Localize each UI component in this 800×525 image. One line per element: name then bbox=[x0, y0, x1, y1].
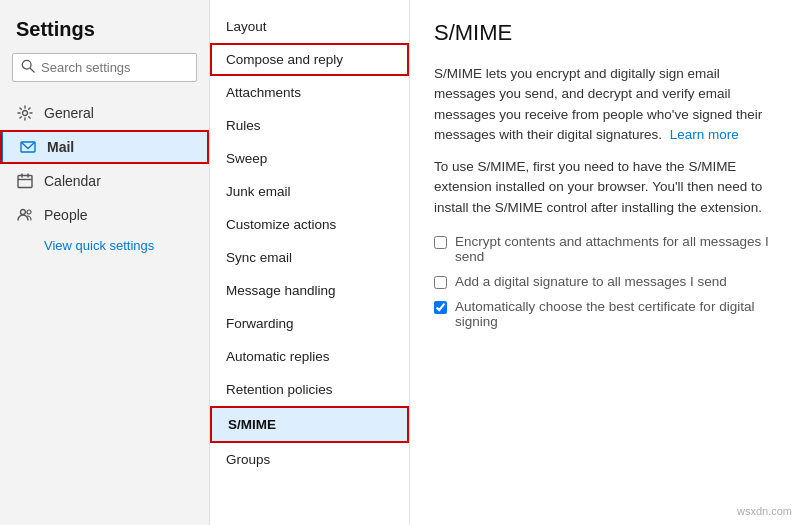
calendar-icon bbox=[16, 172, 34, 190]
svg-point-9 bbox=[27, 210, 31, 214]
middle-item-junk-email[interactable]: Junk email bbox=[210, 175, 409, 208]
encrypt-checkbox-row[interactable]: Encrypt contents and attachments for all… bbox=[434, 234, 776, 264]
middle-item-automatic-replies[interactable]: Automatic replies bbox=[210, 340, 409, 373]
mail-icon bbox=[19, 138, 37, 156]
middle-item-rules[interactable]: Rules bbox=[210, 109, 409, 142]
sidebar-item-general[interactable]: General bbox=[0, 96, 209, 130]
search-input[interactable] bbox=[41, 60, 188, 75]
middle-item-sweep[interactable]: Sweep bbox=[210, 142, 409, 175]
svg-point-2 bbox=[23, 111, 28, 116]
middle-item-layout[interactable]: Layout bbox=[210, 10, 409, 43]
sidebar-item-label-mail: Mail bbox=[47, 139, 74, 155]
search-icon bbox=[21, 59, 35, 76]
people-icon bbox=[16, 206, 34, 224]
sidebar: Settings General Mail bbox=[0, 0, 210, 525]
svg-rect-4 bbox=[18, 176, 32, 188]
smime-checkboxes: Encrypt contents and attachments for all… bbox=[434, 234, 776, 329]
smime-description-1: S/MIME lets you encrypt and digitally si… bbox=[434, 64, 776, 145]
middle-item-retention-policies[interactable]: Retention policies bbox=[210, 373, 409, 406]
svg-point-8 bbox=[21, 210, 26, 215]
digital-sig-checkbox-row[interactable]: Add a digital signature to all messages … bbox=[434, 274, 776, 289]
view-quick-settings-link[interactable]: View quick settings bbox=[0, 232, 209, 259]
watermark: wsxdn.com bbox=[737, 505, 792, 517]
middle-item-compose-reply[interactable]: Compose and reply bbox=[210, 43, 409, 76]
middle-column: Layout Compose and reply Attachments Rul… bbox=[210, 0, 410, 525]
sidebar-item-calendar[interactable]: Calendar bbox=[0, 164, 209, 198]
sidebar-item-label-general: General bbox=[44, 105, 94, 121]
best-cert-checkbox[interactable] bbox=[434, 301, 447, 314]
middle-item-sync-email[interactable]: Sync email bbox=[210, 241, 409, 274]
sidebar-item-people[interactable]: People bbox=[0, 198, 209, 232]
middle-item-groups[interactable]: Groups bbox=[210, 443, 409, 476]
encrypt-checkbox[interactable] bbox=[434, 236, 447, 249]
middle-item-forwarding[interactable]: Forwarding bbox=[210, 307, 409, 340]
middle-item-smime[interactable]: S/MIME bbox=[210, 406, 409, 443]
encrypt-label: Encrypt contents and attachments for all… bbox=[455, 234, 776, 264]
digital-sig-label: Add a digital signature to all messages … bbox=[455, 274, 727, 289]
page-title: S/MIME bbox=[434, 20, 776, 46]
learn-more-link[interactable]: Learn more bbox=[670, 127, 739, 142]
sidebar-item-label-calendar: Calendar bbox=[44, 173, 101, 189]
digital-sig-checkbox[interactable] bbox=[434, 276, 447, 289]
sidebar-item-mail[interactable]: Mail bbox=[0, 130, 209, 164]
sidebar-item-label-people: People bbox=[44, 207, 88, 223]
gear-icon bbox=[16, 104, 34, 122]
best-cert-checkbox-row[interactable]: Automatically choose the best certificat… bbox=[434, 299, 776, 329]
middle-item-attachments[interactable]: Attachments bbox=[210, 76, 409, 109]
search-box[interactable] bbox=[12, 53, 197, 82]
sidebar-title: Settings bbox=[0, 0, 209, 53]
main-content: S/MIME S/MIME lets you encrypt and digit… bbox=[410, 0, 800, 525]
svg-line-1 bbox=[30, 68, 34, 72]
smime-description-2: To use S/MIME, first you need to have th… bbox=[434, 157, 776, 218]
middle-item-message-handling[interactable]: Message handling bbox=[210, 274, 409, 307]
best-cert-label: Automatically choose the best certificat… bbox=[455, 299, 776, 329]
middle-item-customize-actions[interactable]: Customize actions bbox=[210, 208, 409, 241]
